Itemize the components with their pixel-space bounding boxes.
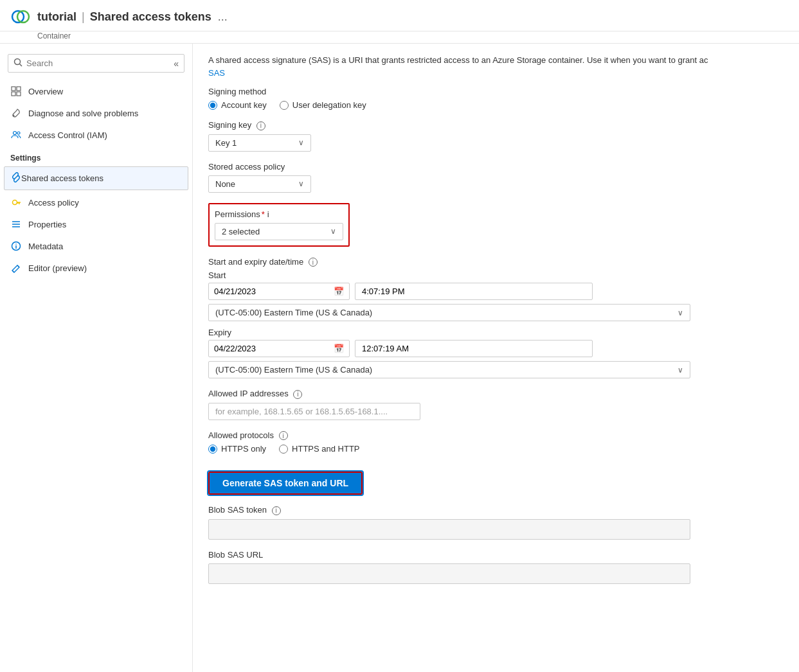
iam-label: Access Control (IAM): [28, 130, 107, 140]
blob-sas-url-section: Blob SAS URL: [208, 550, 784, 584]
info-icon: [10, 240, 22, 252]
permissions-dropdown[interactable]: 2 selected ∨: [215, 223, 343, 240]
allowed-protocols-radio-group: HTTPS only HTTPS and HTTP: [208, 444, 784, 454]
expiry-datetime-row: 📅: [208, 340, 784, 357]
expiry-date-input[interactable]: 📅: [208, 340, 350, 357]
editor-label: Editor (preview): [28, 263, 87, 273]
sas-link[interactable]: SAS: [208, 68, 225, 78]
permissions-section: Permissions * i 2 selected ∨: [208, 203, 784, 247]
azure-logo: [10, 6, 31, 27]
svg-line-11: [15, 176, 17, 179]
blob-sas-token-section: Blob SAS token i: [208, 505, 784, 540]
start-expiry-info-icon[interactable]: i: [309, 258, 318, 267]
start-date-input[interactable]: 📅: [208, 283, 350, 300]
user-delegation-key-radio-label: User delegation key: [292, 100, 366, 110]
diagnose-label: Diagnose and solve problems: [28, 109, 138, 118]
svg-line-22: [17, 265, 19, 267]
sidebar-item-overview[interactable]: Overview: [0, 80, 192, 102]
sidebar-item-iam[interactable]: Access Control (IAM): [0, 124, 192, 146]
expiry-label: Expiry: [208, 328, 784, 337]
permissions-box: Permissions * i 2 selected ∨: [208, 203, 350, 247]
search-input[interactable]: [26, 58, 174, 68]
start-time-field[interactable]: [355, 283, 593, 300]
allowed-protocols-label: Allowed protocols i: [208, 430, 784, 441]
account-key-radio[interactable]: Account key: [208, 100, 267, 110]
expiry-date-field[interactable]: [214, 344, 291, 353]
svg-rect-4: [12, 87, 15, 91]
account-key-radio-input[interactable]: [208, 101, 217, 110]
allowed-ip-label: Allowed IP addresses i: [208, 389, 784, 399]
wrench-icon: [10, 107, 22, 119]
start-timezone-value: (UTC-05:00) Eastern Time (US & Canada): [215, 308, 372, 317]
signing-key-dropdown[interactable]: Key 1 ∨: [208, 134, 311, 152]
sidebar-item-access-policy[interactable]: Access policy: [0, 191, 192, 213]
https-and-http-label: HTTPS and HTTP: [292, 444, 359, 454]
properties-label: Properties: [28, 220, 66, 229]
user-delegation-key-radio[interactable]: User delegation key: [280, 100, 366, 110]
header-more-button[interactable]: ...: [218, 10, 228, 24]
start-date-field[interactable]: [214, 287, 291, 296]
start-calendar-icon[interactable]: 📅: [334, 287, 344, 296]
expiry-calendar-icon[interactable]: 📅: [334, 344, 344, 353]
svg-point-10: [17, 132, 20, 134]
signing-method-radio-group: Account key User delegation key: [208, 100, 784, 110]
start-timezone-dropdown[interactable]: (UTC-05:00) Eastern Time (US & Canada) ∨: [208, 304, 690, 321]
permissions-value: 2 selected: [222, 227, 260, 236]
resource-name: tutorial: [37, 10, 76, 24]
https-only-label: HTTPS only: [221, 444, 266, 454]
overview-icon: [10, 85, 22, 97]
stored-access-policy-value: None: [215, 179, 235, 189]
blob-sas-url-label: Blob SAS URL: [208, 550, 784, 560]
https-and-http-radio-input[interactable]: [279, 445, 288, 454]
expiry-timezone-chevron-icon: ∨: [678, 366, 683, 375]
signing-key-chevron-icon: ∨: [298, 138, 304, 147]
expiry-time-field[interactable]: [355, 340, 593, 357]
collapse-sidebar-button[interactable]: «: [174, 58, 179, 69]
permissions-info-icon[interactable]: i: [267, 209, 269, 219]
svg-line-23: [12, 270, 14, 272]
permissions-chevron-icon: ∨: [330, 227, 336, 236]
header-separator: |: [82, 10, 85, 24]
svg-point-21: [15, 243, 17, 245]
generate-sas-button[interactable]: Generate SAS token and URL: [208, 472, 363, 495]
expiry-timezone-dropdown[interactable]: (UTC-05:00) Eastern Time (US & Canada) ∨: [208, 361, 690, 378]
https-only-radio[interactable]: HTTPS only: [208, 444, 266, 454]
signing-key-section: Signing key i Key 1 ∨: [208, 120, 784, 152]
stored-access-policy-dropdown[interactable]: None ∨: [208, 175, 311, 193]
signing-key-info-icon[interactable]: i: [256, 121, 265, 130]
blob-sas-url-value: [208, 563, 690, 584]
sidebar-item-shared-access-tokens[interactable]: Shared access tokens: [4, 166, 188, 190]
sidebar-item-diagnose[interactable]: Diagnose and solve problems: [0, 102, 192, 124]
signing-key-label: Signing key i: [208, 120, 784, 130]
blob-sas-token-info-icon[interactable]: i: [272, 506, 281, 515]
svg-point-9: [13, 132, 17, 135]
sidebar-item-editor[interactable]: Editor (preview): [0, 257, 192, 279]
search-box[interactable]: «: [8, 54, 184, 73]
allowed-ip-info-icon[interactable]: i: [293, 390, 302, 399]
svg-line-3: [20, 64, 22, 67]
start-label: Start: [208, 270, 784, 280]
sidebar: « Overview Diagnose and solve problems A…: [0, 44, 193, 672]
allowed-protocols-info-icon[interactable]: i: [279, 431, 288, 440]
people-icon: [10, 129, 22, 141]
stored-access-policy-section: Stored access policy None ∨: [208, 162, 784, 193]
account-key-radio-label: Account key: [221, 100, 267, 110]
bars-icon: [10, 218, 22, 230]
https-and-http-radio[interactable]: HTTPS and HTTP: [279, 444, 359, 454]
start-timezone-chevron-icon: ∨: [678, 308, 683, 317]
user-delegation-key-radio-input[interactable]: [280, 101, 289, 110]
https-only-radio-input[interactable]: [208, 445, 217, 454]
shared-access-tokens-label: Shared access tokens: [21, 173, 103, 183]
sidebar-item-metadata[interactable]: Metadata: [0, 235, 192, 257]
permissions-required-marker: *: [262, 209, 265, 219]
page-title: Shared access tokens: [90, 10, 211, 24]
main-content: A shared access signature (SAS) is a URI…: [193, 44, 799, 672]
overview-label: Overview: [28, 87, 63, 96]
sidebar-item-properties[interactable]: Properties: [0, 213, 192, 235]
svg-point-8: [13, 115, 15, 117]
svg-point-2: [15, 59, 21, 65]
permissions-label-row: Permissions * i: [215, 209, 343, 219]
permissions-label: Permissions: [215, 209, 260, 219]
allowed-protocols-section: Allowed protocols i HTTPS only HTTPS and…: [208, 430, 784, 454]
allowed-ip-input[interactable]: [208, 403, 420, 420]
